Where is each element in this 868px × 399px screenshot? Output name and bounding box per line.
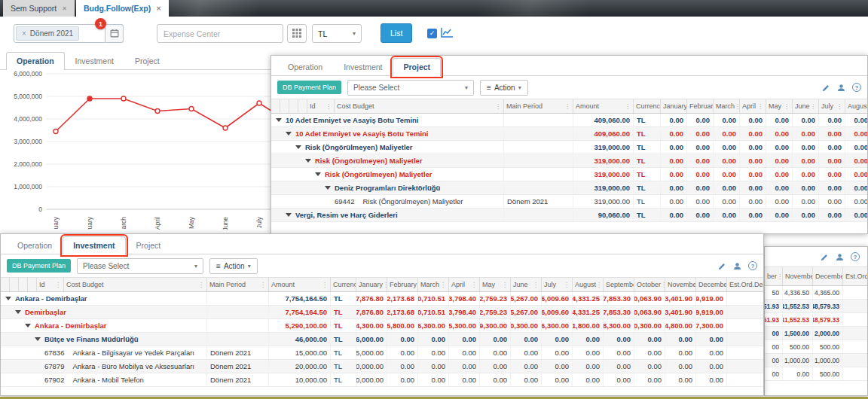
tree-expand-icon[interactable] <box>286 132 292 136</box>
column-header[interactable]: Id⋮ <box>37 278 64 291</box>
column-header[interactable]: Cost Budget⋮ <box>64 278 207 291</box>
tab-operation[interactable]: Operation <box>277 58 333 75</box>
tab-operation[interactable]: Operation <box>7 236 63 254</box>
table-row[interactable]: 00500.00500.00 <box>765 340 867 354</box>
sort-filter-icon[interactable]: ⋮ <box>810 103 816 110</box>
column-header[interactable]: June⋮ <box>793 99 819 113</box>
table-row[interactable]: Vergi, Resim ve Harç Giderleri90,060.00T… <box>271 209 867 222</box>
period-select[interactable]: × Dönem 2021 <box>14 24 105 43</box>
table-row[interactable]: 001,000.001,000.00 <box>765 354 867 367</box>
table-row[interactable]: 69442Risk (Öngörülmeyen) MaliyetlerDönem… <box>271 195 867 209</box>
sort-filter-icon[interactable]: ⋮ <box>836 103 842 110</box>
column-header[interactable]: Amount⋮ <box>573 99 634 113</box>
sort-filter-icon[interactable]: ⋮ <box>326 103 332 110</box>
currency-select[interactable]: TL ▾ <box>312 24 362 43</box>
remove-tag-icon[interactable]: × <box>22 29 26 38</box>
help-icon[interactable]: ? <box>851 252 860 261</box>
tree-expand-icon[interactable] <box>35 337 41 341</box>
sort-filter-icon[interactable]: ⋮ <box>322 282 328 288</box>
column-header[interactable]: Currency⋮ <box>634 99 661 113</box>
table-row[interactable]: 51.93241,552.53248,579.33 <box>765 313 867 327</box>
sort-filter-icon[interactable]: ⋮ <box>596 282 602 288</box>
column-header[interactable]: Currency⋮ <box>331 278 356 291</box>
sort-filter-icon[interactable]: ⋮ <box>564 103 570 110</box>
action-button[interactable]: ≡ Action ▾ <box>209 258 258 274</box>
tree-expand-icon[interactable] <box>305 159 311 163</box>
table-row[interactable]: 67902Ankara - Mobil TelefonDönem 202110,… <box>1 373 763 387</box>
user-icon[interactable] <box>836 253 844 261</box>
tab-investment[interactable]: Investment <box>65 52 124 69</box>
tree-expand-icon[interactable] <box>315 172 321 176</box>
tab-project[interactable]: Project <box>126 236 172 254</box>
column-header[interactable]: November⋮ <box>783 267 813 285</box>
tree-expand-icon[interactable] <box>295 145 301 149</box>
table-row[interactable]: Demirbaşlar7,754,164.50TL2,437,876.801,4… <box>1 306 763 319</box>
column-header[interactable]: April⋮ <box>740 99 766 113</box>
close-icon[interactable]: ✕ <box>62 5 67 12</box>
please-select-dropdown[interactable]: Please Select ▾ <box>347 80 474 96</box>
column-header[interactable]: April⋮ <box>449 278 480 291</box>
expense-lookup-button[interactable] <box>287 24 307 43</box>
user-icon[interactable] <box>837 84 845 92</box>
help-icon[interactable]: ? <box>852 83 861 92</box>
table-row[interactable]: 10 Adet Emniyet ve Asayiş Botu Temini409… <box>271 114 867 127</box>
tab-investment[interactable]: Investment <box>333 58 393 75</box>
column-header[interactable]: January⋮ <box>356 278 387 291</box>
sort-filter-icon[interactable]: ⋮ <box>502 282 508 288</box>
column-header[interactable]: August⋮ <box>573 278 604 291</box>
db-payment-plan-button[interactable]: DB Payment Plan <box>277 81 341 94</box>
column-header[interactable]: Id⋮ <box>307 99 335 113</box>
tab-project[interactable]: Project <box>393 58 441 76</box>
sort-filter-icon[interactable]: ⋮ <box>625 103 631 110</box>
tree-expand-icon[interactable] <box>15 310 21 314</box>
table-row[interactable]: 000.00500.00 <box>765 367 867 381</box>
edit-icon[interactable] <box>718 262 726 270</box>
table-row[interactable]: 001,500.002,000.00 <box>765 327 867 340</box>
column-header[interactable]: June⋮ <box>511 278 542 291</box>
column-header[interactable]: Est.Ord.Deliv⋮ <box>843 267 868 285</box>
column-header[interactable]: February⋮ <box>687 99 714 113</box>
column-header[interactable]: Amount⋮ <box>269 278 331 291</box>
table-row[interactable]: Ankara - Demirbaşlar5,290,100.00TL1,594,… <box>1 319 763 333</box>
user-icon[interactable] <box>733 262 741 270</box>
tree-expand-icon[interactable] <box>5 297 11 300</box>
sort-filter-icon[interactable]: ⋮ <box>777 273 783 280</box>
help-icon[interactable]: ? <box>748 261 757 270</box>
edit-icon[interactable] <box>821 253 829 261</box>
table-row[interactable]: Risk (Öngörülmeyen) Maliyetler319,000.00… <box>271 168 867 181</box>
table-row[interactable]: 504,336.504,365.00 <box>765 286 867 300</box>
column-header[interactable]: February⋮ <box>387 278 418 291</box>
sort-filter-icon[interactable]: ⋮ <box>564 282 570 288</box>
table-row[interactable]: Ankara - Demirbaşlar7,754,164.50TL2,437,… <box>1 292 763 306</box>
action-button[interactable]: ≡ Action ▾ <box>480 80 528 96</box>
chart-toggle-icon[interactable] <box>441 27 454 41</box>
chart-toggle-checkbox[interactable]: ✓ <box>427 29 437 38</box>
tab-investment[interactable]: Investment <box>63 236 125 254</box>
column-header[interactable]: November⋮ <box>665 278 696 291</box>
period-calendar-button[interactable] <box>105 24 124 43</box>
column-header[interactable]: August⋮ <box>845 99 868 113</box>
column-header[interactable]: Cost Budget⋮ <box>335 99 504 113</box>
tree-expand-icon[interactable] <box>25 324 31 327</box>
column-header[interactable]: Main Period⋮ <box>504 99 573 113</box>
sort-filter-icon[interactable]: ⋮ <box>471 282 477 288</box>
close-icon[interactable]: ✕ <box>156 5 161 12</box>
table-row[interactable]: 10 Adet Emniyet ve Asayiş Botu Temini409… <box>271 127 867 141</box>
tree-expand-icon[interactable] <box>286 213 292 217</box>
sort-filter-icon[interactable]: ⋮ <box>440 282 446 288</box>
column-header[interactable]: July⋮ <box>819 99 845 113</box>
list-button[interactable]: List <box>381 23 412 43</box>
column-header[interactable]: Est.Ord.Deliv⋮ <box>727 278 764 291</box>
db-payment-plan-button[interactable]: DB Payment Plan <box>7 259 71 273</box>
expense-center-input[interactable] <box>157 24 283 43</box>
column-header[interactable]: March⋮ <box>418 278 449 291</box>
table-row[interactable]: 51.93241,552.53248,579.33 <box>765 300 867 313</box>
column-header[interactable]: December⋮ <box>813 267 843 285</box>
column-header[interactable]: March⋮ <box>714 99 740 113</box>
window-tab-budg-follow[interactable]: Budg.Follow(Exp) ✕ <box>76 0 169 17</box>
table-row[interactable]: 67879Ankara - Büro Mobilya ve Aksesuarla… <box>1 360 763 373</box>
edit-icon[interactable] <box>822 84 830 92</box>
column-header[interactable]: September⋮ <box>604 278 634 291</box>
table-row[interactable]: 67836Ankara - Bilgisayar ve Yedek Parçal… <box>1 346 763 360</box>
sort-filter-icon[interactable]: ⋮ <box>757 103 763 110</box>
